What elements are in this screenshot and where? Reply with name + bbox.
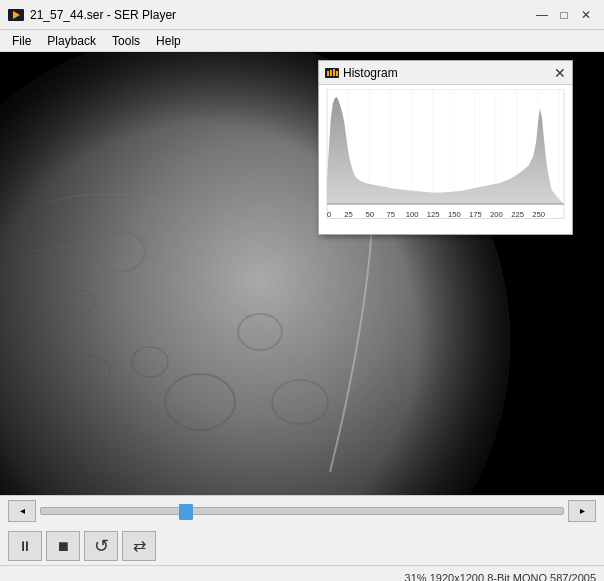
- seekbar-thumb[interactable]: [179, 504, 193, 520]
- svg-rect-16: [333, 69, 335, 76]
- seekbar-row: ◂ ▸: [0, 496, 604, 526]
- histogram-icon: [325, 66, 339, 80]
- svg-text:250: 250: [532, 210, 545, 219]
- app-icon: [8, 7, 24, 23]
- seek-next-button[interactable]: ▸: [568, 500, 596, 522]
- window-title: 21_57_44.ser - SER Player: [30, 8, 176, 22]
- stop-button[interactable]: ⏹: [46, 531, 80, 561]
- status-line1: 31% 1920x1200 8-Bit MONO 587/2005: [405, 572, 596, 581]
- svg-text:175: 175: [469, 210, 482, 219]
- minimize-button[interactable]: —: [532, 5, 552, 25]
- svg-text:50: 50: [365, 210, 374, 219]
- loop-button[interactable]: ↺: [84, 531, 118, 561]
- histogram-title: Histogram: [343, 66, 398, 80]
- histogram-body: 0 25 50 75 100 125 150 175 200 225 250: [319, 85, 572, 234]
- histogram-titlebar: Histogram ✕: [319, 61, 572, 85]
- svg-text:200: 200: [490, 210, 503, 219]
- menubar: File Playback Tools Help: [0, 30, 604, 52]
- controls-area: ◂ ▸ ⏸ ⏹ ↺ ⇄ 31% 1920x1200 8-Bit MONO 587…: [0, 495, 604, 581]
- seekbar-track[interactable]: [40, 507, 564, 515]
- svg-rect-15: [330, 70, 332, 76]
- histogram-title-left: Histogram: [325, 66, 398, 80]
- histogram-chart: 0 25 50 75 100 125 150 175 200 225 250: [323, 89, 568, 230]
- svg-text:100: 100: [406, 210, 419, 219]
- buttons-row: ⏸ ⏹ ↺ ⇄: [0, 526, 604, 566]
- seek-prev-button[interactable]: ◂: [8, 500, 36, 522]
- menu-tools[interactable]: Tools: [104, 30, 148, 51]
- svg-text:225: 225: [511, 210, 524, 219]
- svg-text:0: 0: [327, 210, 331, 219]
- menu-file[interactable]: File: [4, 30, 39, 51]
- status-bar: 31% 1920x1200 8-Bit MONO 587/2005 26 FPS…: [0, 565, 604, 581]
- svg-text:25: 25: [344, 210, 353, 219]
- close-button[interactable]: ✕: [576, 5, 596, 25]
- svg-text:75: 75: [387, 210, 396, 219]
- titlebar: 21_57_44.ser - SER Player — □ ✕: [0, 0, 604, 30]
- titlebar-controls: — □ ✕: [532, 5, 596, 25]
- loop2-button[interactable]: ⇄: [122, 531, 156, 561]
- svg-rect-17: [336, 71, 338, 76]
- svg-text:150: 150: [448, 210, 461, 219]
- histogram-close-button[interactable]: ✕: [554, 66, 566, 80]
- svg-rect-14: [327, 71, 329, 76]
- menu-help[interactable]: Help: [148, 30, 189, 51]
- maximize-button[interactable]: □: [554, 5, 574, 25]
- video-area: Histogram ✕: [0, 52, 604, 495]
- svg-text:125: 125: [427, 210, 440, 219]
- pause-button[interactable]: ⏸: [8, 531, 42, 561]
- menu-playback[interactable]: Playback: [39, 30, 104, 51]
- titlebar-left: 21_57_44.ser - SER Player: [8, 7, 176, 23]
- histogram-window: Histogram ✕: [318, 60, 573, 235]
